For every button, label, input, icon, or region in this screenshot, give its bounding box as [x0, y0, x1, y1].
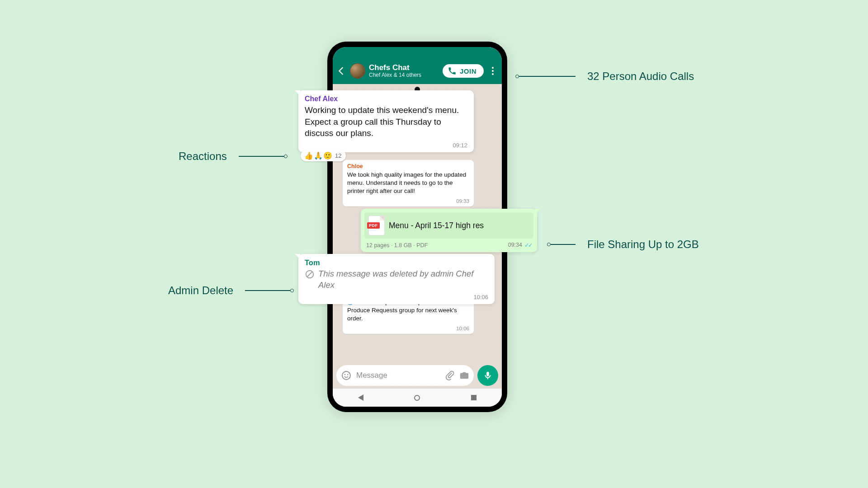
attachment-icon[interactable] [445, 371, 455, 380]
pdf-icon: PDF [369, 216, 384, 235]
callout-line [551, 244, 576, 245]
deleted-message[interactable]: Tom This message was deleted by admin Ch… [298, 254, 495, 304]
message-text: We took high quality images for the upda… [347, 171, 469, 196]
message-chef-alex-1[interactable]: Chef Alex Working to update this weekend… [298, 90, 474, 152]
chat-title: Chefs Chat [369, 64, 439, 72]
message-reactions[interactable]: 👍🙏🙂 12 [301, 150, 346, 161]
sender-name: Chef Alex [305, 95, 467, 103]
callout-line [239, 156, 284, 157]
back-icon[interactable] [336, 66, 346, 76]
callout-reactions: Reactions [179, 150, 288, 163]
message-text: This message was deleted by admin Chef A… [318, 268, 488, 291]
status-bar [333, 47, 502, 60]
svg-point-0 [342, 371, 350, 380]
callout-label: Admin Delete [168, 284, 233, 297]
message-input[interactable]: Message [336, 365, 474, 386]
message-time: 09:34 [508, 242, 522, 248]
message-text: Working to update this weekend's menu. E… [305, 104, 467, 139]
message-composer: Message [336, 365, 498, 386]
reaction-emojis: 👍🙏🙂 [304, 151, 333, 160]
emoji-icon[interactable] [341, 370, 352, 381]
chat-subtitle: Chef Alex & 14 others [369, 72, 439, 78]
callout-admin-delete: Admin Delete [168, 284, 294, 297]
sender-name: Tom [305, 258, 488, 267]
mic-icon [483, 371, 493, 380]
callout-line [519, 76, 576, 77]
chat-header: Chefs Chat Chef Alex & 14 others JOIN [333, 60, 502, 84]
chat-title-block[interactable]: Chefs Chat Chef Alex & 14 others [369, 64, 439, 78]
message-time: 10:06 [456, 326, 469, 331]
nav-recents-icon[interactable] [471, 395, 476, 400]
sender-name: Chloe [347, 163, 469, 169]
message-time: 10:06 [473, 294, 488, 300]
callout-line [245, 290, 290, 291]
callout-dot [284, 155, 288, 158]
file-name: Menu - April 15-17 high res [389, 221, 484, 230]
file-message[interactable]: PDF Menu - April 15-17 high res 12 pages… [361, 209, 537, 252]
reaction-count: 12 [335, 152, 341, 159]
callout-dot [515, 75, 519, 78]
callout-dot [547, 243, 551, 246]
join-call-button[interactable]: JOIN [443, 64, 484, 78]
nav-back-icon[interactable] [358, 394, 363, 401]
callout-label: Reactions [179, 150, 227, 163]
pdf-badge-label: PDF [367, 222, 380, 229]
prohibited-icon [305, 269, 315, 279]
callout-label: 32 Person Audio Calls [587, 70, 694, 83]
android-nav-bar [333, 389, 502, 407]
callout-audio-calls: 32 Person Audio Calls [515, 70, 694, 83]
callout-file-sharing: File Sharing Up to 2GB [547, 238, 699, 251]
file-attachment[interactable]: PDF Menu - April 15-17 high res [364, 212, 533, 239]
svg-point-2 [347, 374, 348, 375]
join-label: JOIN [460, 67, 476, 75]
file-meta: 12 pages · 1.8 GB · PDF [366, 242, 428, 249]
message-chloe[interactable]: Chloe We took high quality images for th… [343, 160, 474, 206]
read-receipt-icon: ✓✓ [524, 242, 532, 249]
svg-point-1 [344, 374, 345, 375]
message-placeholder: Message [356, 371, 440, 380]
group-avatar[interactable] [350, 63, 365, 79]
nav-home-icon[interactable] [414, 395, 420, 401]
camera-icon[interactable] [459, 371, 469, 380]
callout-dot [290, 289, 294, 292]
message-time: 09:33 [456, 198, 469, 204]
more-options-icon[interactable] [487, 67, 498, 75]
voice-message-button[interactable] [477, 365, 498, 386]
phone-icon [448, 67, 456, 75]
svg-line-4 [307, 272, 312, 277]
callout-label: File Sharing Up to 2GB [587, 238, 699, 251]
message-time: 09:12 [453, 142, 467, 149]
